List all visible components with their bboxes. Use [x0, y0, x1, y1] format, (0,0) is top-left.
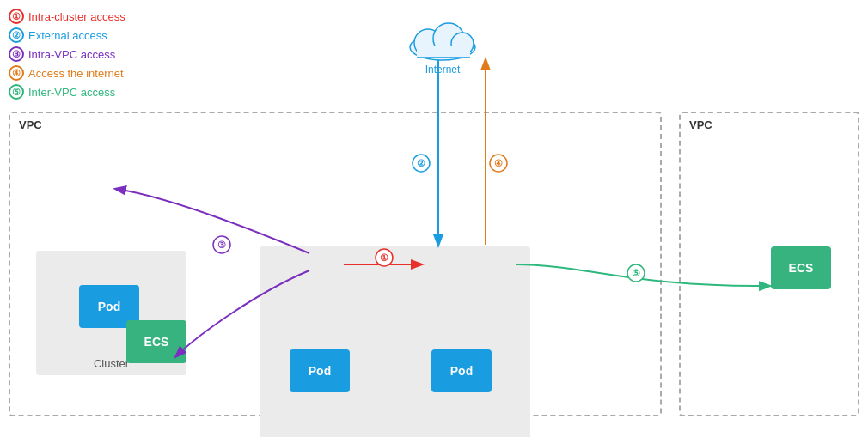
legend-circle-4: ④ [9, 65, 24, 81]
legend-item-1: ① Intra-cluster access [9, 9, 125, 24]
pod-cluster-right: Pod [431, 349, 492, 392]
cloud-icon [404, 15, 481, 62]
legend-label-4: Access the internet [28, 67, 124, 80]
vpc-right: VPC ECS [679, 112, 859, 416]
vpc-left-label: VPC [19, 118, 42, 131]
legend: ① Intra-cluster access ② External access… [9, 9, 125, 100]
legend-circle-1: ① [9, 9, 24, 24]
legend-label-2: External access [28, 29, 107, 42]
legend-item-4: ④ Access the internet [9, 65, 125, 81]
legend-item-2: ② External access [9, 27, 125, 43]
legend-circle-2: ② [9, 27, 24, 43]
internet-label: Internet [425, 64, 461, 76]
ecs-right: ECS [771, 246, 831, 289]
svg-rect-4 [417, 46, 470, 58]
legend-label-3: Intra-VPC access [28, 48, 115, 61]
cluster-inner: Cluster Pod Pod [260, 246, 530, 437]
legend-circle-3: ③ [9, 46, 24, 62]
pod-cluster-left: Pod [290, 349, 350, 392]
vpc-left: VPC Cluster Pod Cluster Pod Pod ECS [9, 112, 662, 416]
legend-label-5: Inter-VPC access [28, 86, 115, 99]
legend-item-3: ③ Intra-VPC access [9, 46, 125, 62]
vpc-right-label: VPC [689, 118, 712, 131]
cluster-outer-label: Cluster [94, 357, 129, 370]
internet-cloud: Internet [404, 13, 481, 77]
legend-label-1: Intra-cluster access [28, 10, 125, 23]
legend-circle-5: ⑤ [9, 84, 24, 100]
legend-item-5: ⑤ Inter-VPC access [9, 84, 125, 100]
ecs-left: ECS [126, 320, 186, 363]
